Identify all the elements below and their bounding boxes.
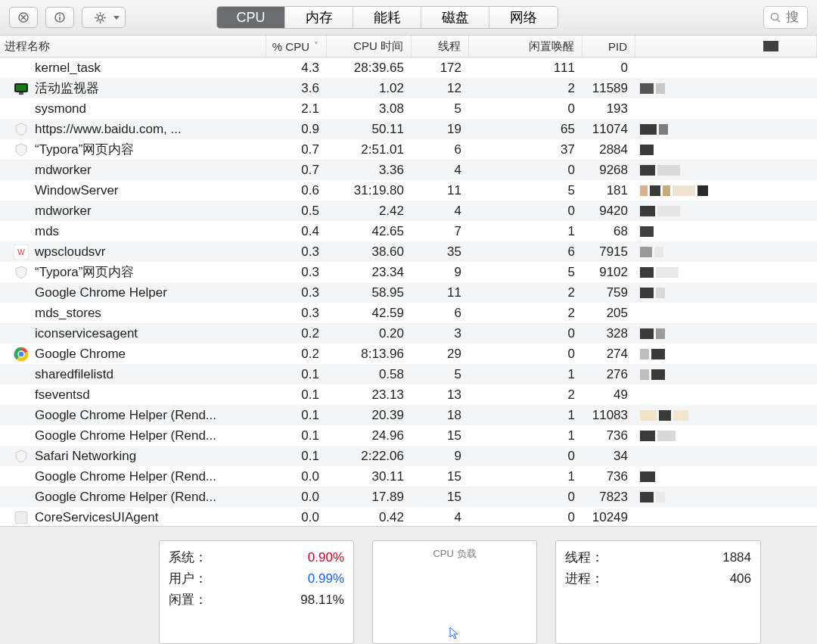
cell-cpu: 0.0: [266, 510, 327, 524]
cell-process-name: Google Chrome Helper (Rend...: [0, 490, 266, 505]
table-row[interactable]: “Typora”网页内容0.323.34959102: [0, 262, 817, 282]
cell-user-bar: [635, 431, 817, 441]
table-row[interactable]: mdworker0.52.42409420: [0, 201, 817, 221]
footer: 系统： 0.90% 用户： 0.99% 闲置： 98.11% CPU 负载 线程…: [0, 526, 817, 644]
table-row[interactable]: Google Chrome0.28:13.96290274: [0, 344, 817, 364]
svg-line-1: [21, 15, 26, 20]
cell-time: 58.95: [327, 285, 412, 300]
table-row[interactable]: Google Chrome Helper (Rend...0.120.39181…: [0, 405, 817, 425]
cell-process-name: mds: [0, 224, 266, 239]
table-row[interactable]: mds0.442.657168: [0, 221, 817, 241]
process-name-text: Google Chrome Helper (Rend...: [35, 469, 216, 484]
cell-user-bar: [635, 83, 817, 94]
stop-icon: [18, 12, 29, 23]
table-row[interactable]: Google Chrome Helper (Rend...0.017.89150…: [0, 487, 817, 507]
search-input[interactable]: [784, 9, 801, 26]
cell-pid: 34: [582, 449, 635, 464]
cell-process-name: WindowServer: [0, 183, 266, 198]
process-name-text: mdworker: [35, 204, 92, 219]
col-pid[interactable]: PID: [582, 36, 635, 57]
settings-menu-button[interactable]: [82, 7, 126, 28]
cell-process-name: 活动监视器: [0, 79, 266, 97]
tab-memory[interactable]: 内存: [285, 7, 353, 28]
cell-pid: 2884: [582, 142, 635, 157]
cell-wake: 0: [469, 510, 582, 524]
cell-cpu: 0.3: [266, 265, 327, 280]
table-row[interactable]: Wwpscloudsvr0.338.603567915: [0, 241, 817, 262]
cell-wake: 2: [469, 285, 582, 300]
svg-line-14: [96, 20, 98, 21]
process-name-text: kernel_task: [35, 61, 101, 76]
cell-pid: 68: [582, 224, 635, 239]
blank-icon: [14, 490, 29, 505]
bar-segment: [673, 410, 688, 421]
bar-segment: [673, 185, 695, 196]
svg-line-12: [102, 20, 104, 21]
cell-process-name: mds_stores: [0, 306, 266, 321]
tab-network[interactable]: 网络: [489, 7, 558, 28]
col-threads[interactable]: 线程: [412, 36, 469, 57]
search-field[interactable]: [763, 6, 808, 29]
table-row[interactable]: fseventsd0.123.1313249: [0, 384, 817, 405]
bar-segment: [640, 185, 648, 196]
svg-rect-5: [59, 17, 61, 20]
wps-icon: W: [14, 244, 29, 260]
bar-segment: [640, 165, 655, 176]
svg-point-15: [772, 14, 778, 20]
process-table[interactable]: kernel_task4.328:39.651721110活动监视器3.61.0…: [0, 58, 817, 524]
info-button[interactable]: [45, 7, 74, 28]
col-cpu[interactable]: % CPU ˅: [266, 36, 327, 57]
cell-cpu: 0.5: [266, 204, 327, 219]
col-idle-wake[interactable]: 闲置唤醒: [469, 36, 582, 57]
shield-icon: [14, 142, 29, 157]
cell-cpu: 0.3: [266, 285, 327, 300]
table-row[interactable]: Safari Networking0.12:22.069034: [0, 446, 817, 466]
cell-pid: 11074: [582, 122, 635, 137]
svg-line-11: [96, 14, 98, 15]
cell-wake: 0: [469, 449, 582, 464]
table-row[interactable]: 活动监视器3.61.0212211589: [0, 78, 817, 98]
process-name-text: “Typora”网页内容: [35, 141, 134, 158]
cell-process-name: Google Chrome: [0, 347, 266, 362]
col-user-bar[interactable]: [635, 36, 817, 57]
process-name-text: fseventsd: [35, 387, 90, 403]
cell-user-bar: [635, 349, 817, 359]
table-row[interactable]: sysmond2.13.0850193: [0, 98, 817, 119]
cell-pid: 736: [582, 469, 635, 484]
cell-user-bar: [635, 288, 817, 298]
cell-wake: 65: [469, 122, 582, 137]
cell-pid: 736: [582, 428, 635, 443]
table-row[interactable]: Google Chrome Helper0.358.95112759: [0, 282, 817, 303]
cell-wake: 1: [469, 224, 582, 239]
table-row[interactable]: WindowServer0.631:19.80115181: [0, 180, 817, 201]
table-row[interactable]: mdworker0.73.36409268: [0, 160, 817, 180]
cell-pid: 49: [582, 387, 635, 403]
stop-process-button[interactable]: [9, 7, 38, 28]
tab-cpu[interactable]: CPU: [217, 7, 285, 28]
table-row[interactable]: kernel_task4.328:39.651721110: [0, 58, 817, 78]
col-cpu-time[interactable]: CPU 时间: [327, 36, 412, 57]
idle-label: 闲置：: [169, 590, 207, 611]
table-row[interactable]: https://www.baidu.com, ...0.950.11196511…: [0, 119, 817, 139]
process-name-text: WindowServer: [35, 183, 119, 198]
resource-tabs: CPU 内存 能耗 磁盘 网络: [216, 6, 558, 29]
table-row[interactable]: iconservicesagent0.20.2030328: [0, 323, 817, 344]
counts-panel: 线程： 1884 进程： 406: [555, 540, 761, 644]
tab-energy[interactable]: 能耗: [353, 7, 421, 28]
process-name-text: Google Chrome Helper: [35, 285, 167, 300]
tab-disk[interactable]: 磁盘: [421, 7, 489, 28]
bar-segment: [657, 165, 680, 176]
process-name-text: Google Chrome Helper (Rend...: [35, 408, 216, 423]
table-row[interactable]: Google Chrome Helper (Rend...0.124.96151…: [0, 425, 817, 446]
bar-segment: [640, 410, 657, 421]
col-process-name[interactable]: 进程名称: [0, 36, 266, 57]
cell-threads: 29: [412, 347, 469, 362]
cell-process-name: “Typora”网页内容: [0, 141, 266, 158]
table-row[interactable]: “Typora”网页内容0.72:51.016372884: [0, 139, 817, 160]
table-row[interactable]: sharedfilelistd0.10.5851276: [0, 364, 817, 384]
table-row[interactable]: CoreServicesUIAgent0.00.424010249: [0, 507, 817, 524]
cell-threads: 5: [412, 367, 469, 382]
cell-process-name: mdworker: [0, 204, 266, 219]
table-row[interactable]: mds_stores0.342.5962205: [0, 303, 817, 323]
table-row[interactable]: Google Chrome Helper (Rend...0.030.11151…: [0, 466, 817, 487]
